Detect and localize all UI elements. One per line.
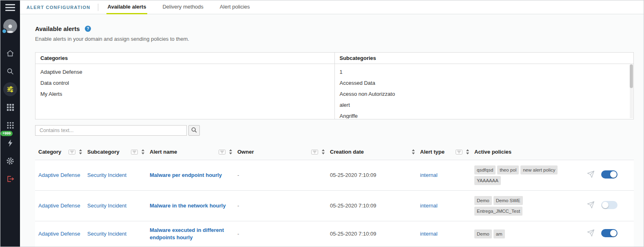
search-icon[interactable] — [1, 62, 19, 80]
categories-column: Categories Adaptive Defense Data control… — [35, 53, 335, 119]
policy-tag[interactable]: Demo — [474, 229, 492, 238]
filter-icon[interactable] — [311, 150, 318, 154]
column-header-category[interactable]: Category — [35, 144, 87, 160]
alert-name-link[interactable]: Malware in the network hourly — [150, 203, 226, 209]
alert-type-link[interactable]: internal — [420, 172, 438, 178]
policy-tag[interactable]: Entrega_JMCC_Test — [474, 207, 522, 216]
sidebar: +999 — [0, 0, 20, 247]
category-link[interactable]: Adaptive Defense — [38, 203, 80, 209]
table-row: Adaptive Defense Security Incident Malwa… — [35, 221, 634, 247]
alert-type-link[interactable]: internal — [420, 203, 438, 209]
policy-tag[interactable]: new alert policy — [520, 165, 558, 174]
section-title: Available alerts — [35, 25, 80, 32]
column-header-toggle — [601, 144, 634, 160]
alert-enabled-toggle[interactable] — [601, 229, 617, 237]
categories-panel: Categories Adaptive Defense Data control… — [35, 52, 634, 119]
subcategory-item[interactable]: alert — [335, 99, 634, 110]
subcategory-link[interactable]: Security Incident — [87, 172, 126, 178]
avatar[interactable] — [3, 19, 17, 33]
column-header-owner[interactable]: Owner — [237, 144, 330, 160]
home-icon[interactable] — [1, 44, 19, 62]
owner-value: - — [237, 172, 239, 178]
table-row: Adaptive Defense Security Incident Malwa… — [35, 160, 634, 191]
owner-value: - — [237, 203, 239, 209]
subcategories-list: 1 Accessed Data Acesso non Autorizzato a… — [335, 64, 634, 119]
policy-tag[interactable]: YAAAAAA — [474, 176, 501, 185]
column-header-alert-type[interactable]: Alert type — [420, 144, 474, 160]
alert-name-link[interactable]: Malware executed in different endpoints … — [150, 227, 224, 240]
category-link[interactable]: Adaptive Defense — [38, 172, 80, 178]
alert-type-link[interactable]: internal — [420, 231, 438, 237]
search-button[interactable] — [188, 125, 200, 136]
subcategories-column: Subcategories 1 Accessed Data Acesso non… — [335, 53, 634, 119]
sidebar-nav: +999 — [0, 44, 20, 188]
policy-tag[interactable]: theo pol — [497, 165, 519, 174]
filter-icon[interactable] — [219, 150, 226, 154]
subcategory-item[interactable]: Accessed Data — [335, 77, 634, 88]
subcategory-item[interactable]: Acesso non Autorizzato — [335, 88, 634, 99]
send-test-icon[interactable] — [587, 232, 595, 238]
sort-icon[interactable] — [412, 149, 415, 154]
send-test-icon[interactable] — [587, 204, 595, 210]
categories-list: Adaptive Defense Data control My Alerts — [35, 64, 334, 119]
gear-icon[interactable] — [1, 152, 19, 170]
apps-grid-icon[interactable] — [1, 98, 19, 116]
column-header-creation-date[interactable]: Creation date — [330, 144, 420, 160]
avatar-status-badge — [2, 29, 7, 34]
sort-icon[interactable] — [321, 149, 325, 154]
subcategory-link[interactable]: Security Incident — [87, 231, 126, 237]
tab-alert-policies[interactable]: Alert policies — [219, 0, 251, 14]
alert-settings-sliders-icon[interactable] — [1, 80, 19, 98]
help-icon[interactable]: ? — [85, 26, 91, 32]
policy-tag[interactable]: am — [494, 229, 505, 238]
creation-date-value: 05-25-2020 7:10:09 — [330, 231, 376, 237]
creation-date-value: 05-25-2020 7:10:09 — [330, 172, 376, 178]
filter-icon[interactable] — [131, 150, 138, 154]
notifications-icon[interactable]: +999 — [1, 134, 19, 152]
subcategories-scrollbar[interactable] — [630, 64, 633, 118]
section-subtitle: Enable alerts in your domain and assign … — [35, 36, 634, 42]
creation-date-value: 05-25-2020 7:10:09 — [330, 203, 376, 209]
category-link[interactable]: Adaptive Defense — [38, 231, 80, 237]
toggle-knob — [610, 171, 617, 178]
sort-icon[interactable] — [229, 149, 232, 154]
column-header-send — [585, 144, 601, 160]
content-area: Available alerts ? Enable alerts in your… — [20, 14, 644, 247]
hamburger-menu-icon[interactable] — [0, 0, 20, 14]
main-area: ALERT CONFIGURATION Available alerts Del… — [20, 0, 644, 247]
logout-icon[interactable] — [1, 170, 19, 188]
policy-tag[interactable]: Demo SWE — [494, 196, 523, 205]
category-item[interactable]: Data control — [35, 77, 334, 88]
send-test-icon[interactable] — [587, 173, 595, 179]
alerts-table: Category Subcategory — [35, 144, 634, 247]
owner-value: - — [237, 231, 239, 237]
subcategory-link[interactable]: Security Incident — [87, 203, 126, 209]
subcategory-item[interactable]: Angriffe — [335, 110, 634, 119]
policy-tag[interactable]: qsdfqsd — [474, 165, 496, 174]
toggle-knob — [610, 230, 617, 236]
table-row: Adaptive Defense Security Incident Malwa… — [35, 191, 634, 221]
page-title: ALERT CONFIGURATION — [27, 5, 91, 10]
search-magnifier-icon — [191, 127, 197, 135]
tab-delivery-methods[interactable]: Delivery methods — [161, 0, 204, 14]
tab-bar: Available alerts Delivery methods Alert … — [106, 0, 265, 14]
tab-available-alerts[interactable]: Available alerts — [106, 0, 148, 14]
sort-icon[interactable] — [79, 149, 82, 154]
subcategory-item[interactable]: 1 — [335, 66, 634, 77]
column-header-alert-name[interactable]: Alert name — [150, 144, 237, 160]
alert-enabled-toggle[interactable] — [601, 201, 617, 209]
alert-enabled-toggle[interactable] — [601, 170, 617, 179]
filter-icon[interactable] — [456, 150, 463, 154]
category-item[interactable]: My Alerts — [35, 88, 334, 99]
sort-icon[interactable] — [466, 149, 469, 154]
notifications-count-badge: +999 — [0, 131, 13, 136]
filter-icon[interactable] — [69, 150, 75, 154]
category-item[interactable]: Adaptive Defense — [35, 66, 334, 77]
search-input[interactable] — [35, 125, 187, 136]
sort-icon[interactable] — [141, 149, 145, 154]
alert-name-link[interactable]: Malware per endpoint hourly — [150, 172, 222, 178]
scrollbar-thumb[interactable] — [630, 64, 633, 88]
policy-tag[interactable]: Demo — [474, 196, 492, 205]
table-header-row: Category Subcategory — [35, 144, 634, 160]
column-header-subcategory[interactable]: Subcategory — [87, 144, 150, 160]
